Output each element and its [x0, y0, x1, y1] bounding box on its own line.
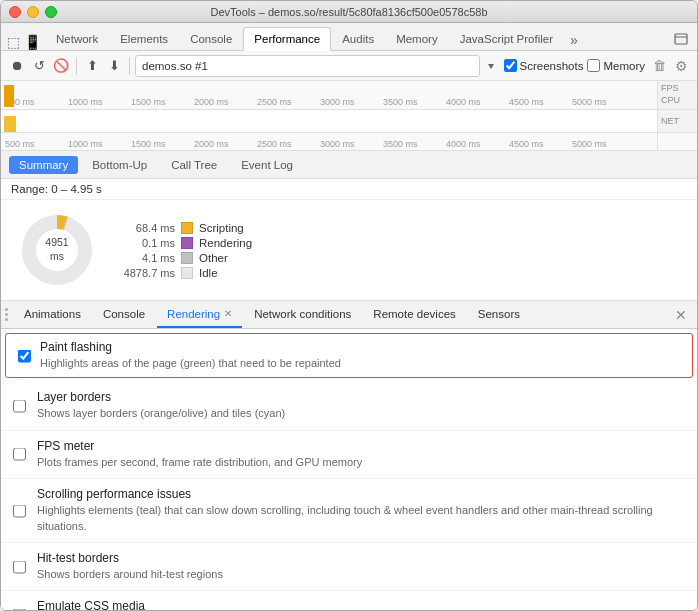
ruler2-right — [657, 133, 697, 150]
paint-flashing-checkbox[interactable] — [18, 349, 31, 362]
url-dropdown-icon[interactable] — [486, 61, 496, 71]
devtools-window: DevTools – demos.so/result/5c80fa8136cf5… — [0, 0, 698, 611]
tick2-2500: 2500 ms — [257, 139, 292, 149]
tick2-4000: 4000 ms — [446, 139, 481, 149]
separator2 — [129, 57, 130, 75]
emulate-css-title: Emulate CSS media — [37, 599, 685, 610]
trash-button[interactable]: 🗑 — [649, 56, 669, 76]
tick-3000ms-1: 3000 ms — [320, 97, 355, 107]
bottom-tab-animations[interactable]: Animations — [14, 302, 91, 328]
tab-elements[interactable]: Elements — [109, 26, 179, 50]
timeline-fps-row: 500 ms 1000 ms 1500 ms 2000 ms 2500 ms 3… — [1, 81, 697, 110]
record-button[interactable]: ⏺ — [7, 56, 27, 76]
nav-tabs: ⬚ 📱 Network Elements Console Performance… — [1, 23, 697, 51]
scrolling-perf-title: Scrolling performance issues — [37, 487, 685, 501]
tab-js-profiler[interactable]: JavaScript Profiler — [449, 26, 564, 50]
layer-borders-checkbox[interactable] — [13, 400, 26, 413]
legend-scripting: 68.4 ms Scripting — [121, 222, 252, 234]
emulate-css-checkbox[interactable] — [13, 609, 26, 610]
screenshots-checkbox[interactable] — [504, 59, 517, 72]
url-input[interactable] — [135, 55, 480, 77]
bottom-tab-console[interactable]: Console — [93, 302, 155, 328]
settings-button[interactable]: ⚙ — [671, 56, 691, 76]
tab-performance[interactable]: Performance — [243, 27, 331, 51]
tab-call-tree[interactable]: Call Tree — [161, 156, 227, 174]
bottom-tab-remote-devices[interactable]: Remote devices — [363, 302, 465, 328]
dock-button[interactable] — [671, 30, 691, 50]
separator1 — [76, 57, 77, 75]
layer-borders-title: Layer borders — [37, 390, 685, 404]
scrolling-perf-checkbox[interactable] — [13, 504, 26, 517]
tab-bottom-up[interactable]: Bottom-Up — [82, 156, 157, 174]
memory-checkbox[interactable] — [587, 59, 600, 72]
layer-borders-desc: Shows layer borders (orange/olive) and t… — [37, 406, 685, 421]
timeline-cpu-row: NET — [1, 110, 697, 133]
fps-meter-desc: Plots frames per second, frame rate dist… — [37, 455, 685, 470]
clear-button[interactable]: 🚫 — [51, 56, 71, 76]
device-icon[interactable]: 📱 — [24, 34, 41, 50]
scrolling-perf-item[interactable]: Scrolling performance issues Highlights … — [1, 479, 697, 543]
total-ms: 4951 ms — [45, 236, 68, 262]
tab-memory[interactable]: Memory — [385, 26, 449, 50]
titlebar: DevTools – demos.so/result/5c80fa8136cf5… — [1, 1, 697, 23]
tick-3500ms-1: 3500 ms — [383, 97, 418, 107]
bottom-tab-network-conditions[interactable]: Network conditions — [244, 302, 361, 328]
tick2-3000: 3000 ms — [320, 139, 355, 149]
fps-meter-item[interactable]: FPS meter Plots frames per second, frame… — [1, 431, 697, 479]
tick-2000ms-1: 2000 ms — [194, 97, 229, 107]
bottom-tab-rendering[interactable]: Rendering ✕ — [157, 302, 242, 328]
fps-label-area: FPS CPU — [657, 81, 697, 109]
rendering-tab-close[interactable]: ✕ — [224, 308, 232, 319]
tick2-2000: 2000 ms — [194, 139, 229, 149]
hit-test-item[interactable]: Hit-test borders Shows borders around hi… — [1, 543, 697, 591]
scrolling-perf-desc: Highlights elements (teal) that can slow… — [37, 503, 685, 534]
hit-test-desc: Shows borders around hit-test regions — [37, 567, 685, 582]
drag-dot-1 — [5, 308, 8, 311]
tab-audits[interactable]: Audits — [331, 26, 385, 50]
timeline-ruler2: 500 ms 1000 ms 1500 ms 2000 ms 2500 ms 3… — [1, 133, 697, 151]
toolbar-right: Screenshots Memory 🗑 — [504, 56, 669, 76]
fps-meter-title: FPS meter — [37, 439, 685, 453]
range-label: Range: 0 – 4.95 s — [11, 183, 102, 195]
refresh-button[interactable]: ↺ — [29, 56, 49, 76]
tab-summary[interactable]: Summary — [9, 156, 78, 174]
hit-test-title: Hit-test borders — [37, 551, 685, 565]
other-swatch — [181, 252, 193, 264]
traffic-lights — [9, 6, 57, 18]
screenshots-checkbox-label[interactable]: Screenshots — [504, 59, 584, 72]
inspect-icon[interactable]: ⬚ — [7, 34, 20, 50]
window-title: DevTools – demos.so/result/5c80fa8136cf5… — [210, 6, 487, 18]
rendering-swatch — [181, 237, 193, 249]
other-label: Other — [199, 252, 228, 264]
maximize-button[interactable] — [45, 6, 57, 18]
svg-rect-0 — [675, 34, 687, 44]
net-label-area: NET — [657, 110, 697, 132]
fps-bar-marker — [4, 85, 14, 107]
minimize-button[interactable] — [27, 6, 39, 18]
tab-network[interactable]: Network — [45, 26, 109, 50]
timeline-cpu-content — [1, 110, 657, 132]
hit-test-checkbox[interactable] — [13, 560, 26, 573]
close-all-tabs-button[interactable]: ✕ — [669, 305, 693, 325]
tick2-5000: 5000 ms — [572, 139, 607, 149]
tab-console[interactable]: Console — [179, 26, 243, 50]
paint-flashing-desc: Highlights areas of the page (green) tha… — [40, 356, 682, 371]
paint-flashing-item[interactable]: Paint flashing Highlights areas of the p… — [5, 333, 693, 378]
legend-list: 68.4 ms Scripting 0.1 ms Rendering 4.1 m… — [121, 222, 252, 279]
tick2-4500: 4500 ms — [509, 139, 544, 149]
download-button[interactable]: ⬇ — [104, 56, 124, 76]
fps-meter-checkbox[interactable] — [13, 448, 26, 461]
layer-borders-item[interactable]: Layer borders Shows layer borders (orang… — [1, 382, 697, 430]
upload-button[interactable]: ⬆ — [82, 56, 102, 76]
emulate-css-item[interactable]: Emulate CSS media Forces media type for … — [1, 591, 697, 610]
tick-4000ms-1: 4000 ms — [446, 97, 481, 107]
legend-rendering: 0.1 ms Rendering — [121, 237, 252, 249]
more-tabs-button[interactable]: » — [564, 30, 584, 50]
memory-checkbox-label[interactable]: Memory — [587, 59, 645, 72]
tab-event-log[interactable]: Event Log — [231, 156, 303, 174]
sub-tabs: Summary Bottom-Up Call Tree Event Log — [1, 151, 697, 179]
bottom-tab-sensors[interactable]: Sensors — [468, 302, 530, 328]
tick-5000ms-1: 5000 ms — [572, 97, 607, 107]
drag-handle[interactable] — [5, 308, 8, 321]
close-button[interactable] — [9, 6, 21, 18]
